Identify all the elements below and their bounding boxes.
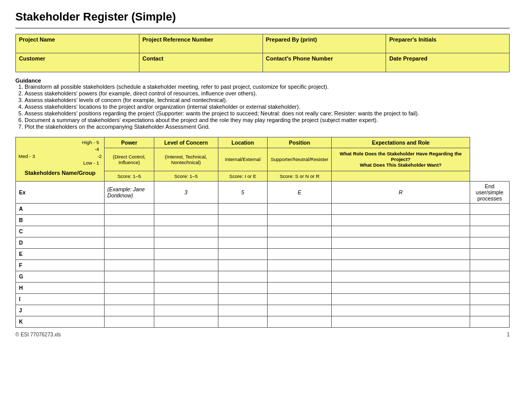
row-label-j: J xyxy=(16,305,105,316)
power-sub: (Direct Control, Influence) xyxy=(105,148,154,171)
copyright: © ESI 77076273.xls xyxy=(15,332,61,337)
row-j-name xyxy=(105,305,154,316)
example-power: 3 xyxy=(154,181,218,203)
row-b-name xyxy=(105,214,154,226)
project-name-value xyxy=(19,43,136,51)
row-h-power xyxy=(154,282,218,293)
row-i-expectations xyxy=(470,293,509,305)
footer: © ESI 77076273.xls 1 xyxy=(15,332,510,337)
row-f-power xyxy=(154,259,218,271)
date-prepared-cell: Date Prepared xyxy=(386,53,510,72)
expectations-header: Expectations and Role xyxy=(332,137,470,148)
row-d-name xyxy=(105,237,154,248)
row-h-concern xyxy=(218,282,267,293)
concern-header: Level of Concern xyxy=(154,137,218,148)
prepared-by-value xyxy=(266,43,383,51)
info-table: Project Name Project Reference Number Pr… xyxy=(15,34,510,72)
table-row: A xyxy=(16,203,510,214)
row-j-power xyxy=(154,305,218,316)
guidance-section: Guidance Brainstorm all possible stakeho… xyxy=(15,77,510,130)
row-g-power xyxy=(154,271,218,282)
row-g-position xyxy=(332,271,470,282)
page-number: 1 xyxy=(507,332,510,337)
table-row: I xyxy=(16,293,510,305)
row-e-location xyxy=(268,248,332,259)
row-e-position xyxy=(332,248,470,259)
stakeholder-table: High - 5 -4 Med - 3 -2 Low - 1 Stakehold… xyxy=(15,137,510,328)
row-h-name xyxy=(105,282,154,293)
contact-cell: Contact xyxy=(139,53,262,72)
row-a-name xyxy=(105,203,154,214)
concern-sub: (Interest, Technical, Nontechnical) xyxy=(154,148,218,171)
row-g-concern xyxy=(218,271,267,282)
row-j-location xyxy=(268,305,332,316)
table-row: C xyxy=(16,226,510,237)
table-row: D xyxy=(16,237,510,248)
customer-cell: Customer xyxy=(16,53,139,72)
row-c-position xyxy=(332,226,470,237)
row-b-location xyxy=(268,214,332,226)
table-row: E xyxy=(16,248,510,259)
example-row: Ex (Example: Jane Dontknow) 3 5 E R End … xyxy=(16,181,510,203)
position-sub: Supporter/Neutral/Resister xyxy=(268,148,332,171)
title-divider xyxy=(15,28,510,29)
guidance-item-3: Assess stakeholders' levels of concern (… xyxy=(25,97,510,103)
row-c-concern xyxy=(218,226,267,237)
header-row-1: High - 5 -4 Med - 3 -2 Low - 1 Stakehold… xyxy=(16,137,510,148)
row-label-d: D xyxy=(16,237,105,248)
table-row: G xyxy=(16,271,510,282)
row-c-name xyxy=(105,226,154,237)
row-label-c: C xyxy=(16,226,105,237)
row-e-concern xyxy=(218,248,267,259)
row-a-concern xyxy=(218,203,267,214)
row-h-expectations xyxy=(470,282,509,293)
location-header: Location xyxy=(218,137,267,148)
table-row: F xyxy=(16,259,510,271)
page-title: Stakeholder Register (Simple) xyxy=(15,10,510,24)
row-label-g: G xyxy=(16,271,105,282)
info-row-2: Customer Contact Contact's Phone Number … xyxy=(16,53,510,72)
example-location: E xyxy=(268,181,332,203)
row-f-position xyxy=(332,259,470,271)
row-h-position xyxy=(332,282,470,293)
guidance-item-6: Document a summary of stakeholders' expe… xyxy=(25,117,510,123)
info-row-1: Project Name Project Reference Number Pr… xyxy=(16,34,510,53)
date-prepared-value xyxy=(389,62,506,70)
row-k-location xyxy=(268,316,332,327)
row-i-location xyxy=(268,293,332,305)
row-label-b: B xyxy=(16,214,105,226)
row-d-position xyxy=(332,237,470,248)
guidance-item-2: Assess stakeholders' powers (for example… xyxy=(25,90,510,96)
customer-value xyxy=(19,62,136,70)
row-a-position xyxy=(332,203,470,214)
row-b-concern xyxy=(218,214,267,226)
guidance-heading: Guidance xyxy=(15,77,41,84)
row-g-location xyxy=(268,271,332,282)
row-d-concern xyxy=(218,237,267,248)
initials-value xyxy=(389,43,506,51)
row-f-location xyxy=(268,259,332,271)
prepared-by-cell: Prepared By (print) xyxy=(262,34,386,53)
row-k-name xyxy=(105,316,154,327)
project-ref-value xyxy=(143,43,259,51)
table-row: J xyxy=(16,305,510,316)
table-row: B xyxy=(16,214,510,226)
scale-cell: High - 5 -4 Med - 3 -2 Low - 1 Stakehold… xyxy=(16,137,105,182)
position-score: Score: S or N or R xyxy=(268,171,332,181)
row-j-concern xyxy=(218,305,267,316)
row-g-name xyxy=(105,271,154,282)
row-k-position xyxy=(332,316,470,327)
phone-cell: Contact's Phone Number xyxy=(262,53,386,72)
project-ref-cell: Project Reference Number xyxy=(139,34,262,53)
row-e-expectations xyxy=(470,248,509,259)
row-d-location xyxy=(268,237,332,248)
guidance-item-1: Brainstorm all possible stakeholders (sc… xyxy=(25,84,510,90)
row-e-power xyxy=(154,248,218,259)
phone-value xyxy=(266,62,383,70)
example-concern: 5 xyxy=(218,181,267,203)
row-j-expectations xyxy=(470,305,509,316)
row-c-expectations xyxy=(470,226,509,237)
row-c-location xyxy=(268,226,332,237)
example-position: R xyxy=(332,181,470,203)
guidance-item-7: Plot the stakeholders on the accompanyin… xyxy=(25,124,510,130)
